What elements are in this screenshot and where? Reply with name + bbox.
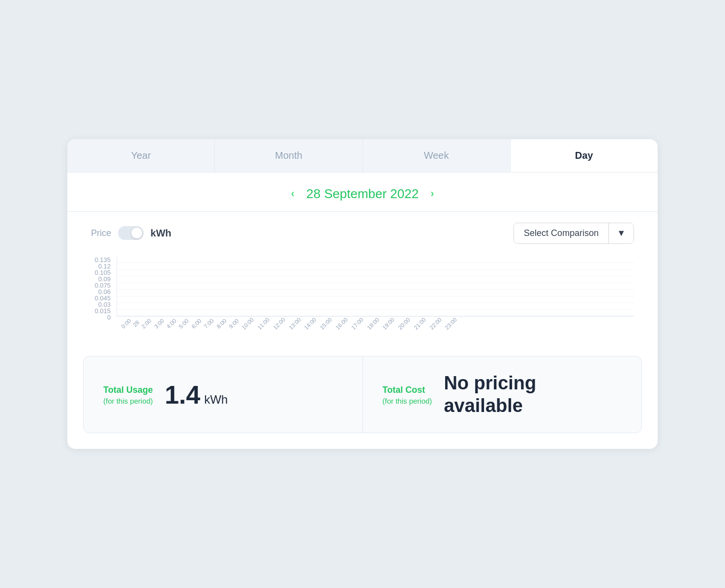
y-axis: 0.1350.120.1050.090.0750.060.0450.030.01… <box>91 257 117 344</box>
controls-row: Price kWh Select Comparison ▼ <box>67 212 658 252</box>
price-kwh-toggle-group: Price kWh <box>91 226 171 240</box>
y-axis-label: 0.075 <box>94 282 111 289</box>
price-label: Price <box>91 228 111 238</box>
bars-area <box>117 257 634 317</box>
y-axis-label: 0.09 <box>98 276 111 282</box>
price-kwh-toggle[interactable] <box>118 226 144 240</box>
total-usage-value-group: 1.4 kWh <box>165 380 228 410</box>
comparison-label: Select Comparison <box>514 223 608 243</box>
y-axis-label: 0.12 <box>98 263 111 269</box>
total-usage-value: 1.4 <box>165 380 200 410</box>
total-cost-cell: Total Cost (for this period) No pricinga… <box>363 356 642 433</box>
y-axis-label: 0.045 <box>94 295 111 301</box>
y-axis-label: 0.03 <box>98 301 111 308</box>
chart-inner: 0:00282:003:004:005:006:007:008:009:0010… <box>117 257 634 344</box>
tab-day[interactable]: Day <box>511 139 658 172</box>
total-usage-label-group: Total Usage (for this period) <box>103 384 153 405</box>
total-cost-label: Total Cost <box>383 384 432 396</box>
no-pricing-text: No pricingavailable <box>444 372 536 417</box>
x-labels-wrapper: 0:00282:003:004:005:006:007:008:009:0010… <box>117 317 634 344</box>
select-comparison-dropdown[interactable]: Select Comparison ▼ <box>514 223 634 244</box>
y-axis-label: 0.135 <box>94 257 111 263</box>
y-axis-label: 0 <box>107 314 111 321</box>
total-usage-unit: kWh <box>204 393 228 407</box>
date-navigation: ‹ 28 September 2022 › <box>67 173 658 212</box>
prev-date-button[interactable]: ‹ <box>291 187 294 200</box>
chart-area: 0.1350.120.1050.090.0750.060.0450.030.01… <box>67 252 658 344</box>
toggle-knob <box>131 228 142 238</box>
total-usage-cell: Total Usage (for this period) 1.4 kWh <box>84 356 363 433</box>
total-cost-label-group: Total Cost (for this period) <box>383 384 432 405</box>
summary-row: Total Usage (for this period) 1.4 kWh To… <box>83 356 642 433</box>
y-axis-label: 0.105 <box>94 269 111 276</box>
total-usage-label: Total Usage <box>103 384 153 396</box>
tab-year[interactable]: Year <box>67 139 215 172</box>
kwh-label: kWh <box>151 228 171 239</box>
comparison-chevron-icon: ▼ <box>608 223 634 243</box>
y-axis-label: 0.015 <box>94 308 111 314</box>
tab-month[interactable]: Month <box>215 139 362 172</box>
chart-container: 0.1350.120.1050.090.0750.060.0450.030.01… <box>91 257 634 344</box>
tab-bar: Year Month Week Day <box>67 139 658 173</box>
next-date-button[interactable]: › <box>430 187 434 200</box>
tab-week[interactable]: Week <box>363 139 511 172</box>
total-usage-sub: (for this period) <box>103 397 153 405</box>
y-axis-label: 0.06 <box>98 289 111 295</box>
date-display: 28 September 2022 <box>306 186 419 202</box>
total-cost-sub: (for this period) <box>383 397 432 405</box>
main-card: Year Month Week Day ‹ 28 September 2022 … <box>67 139 658 449</box>
